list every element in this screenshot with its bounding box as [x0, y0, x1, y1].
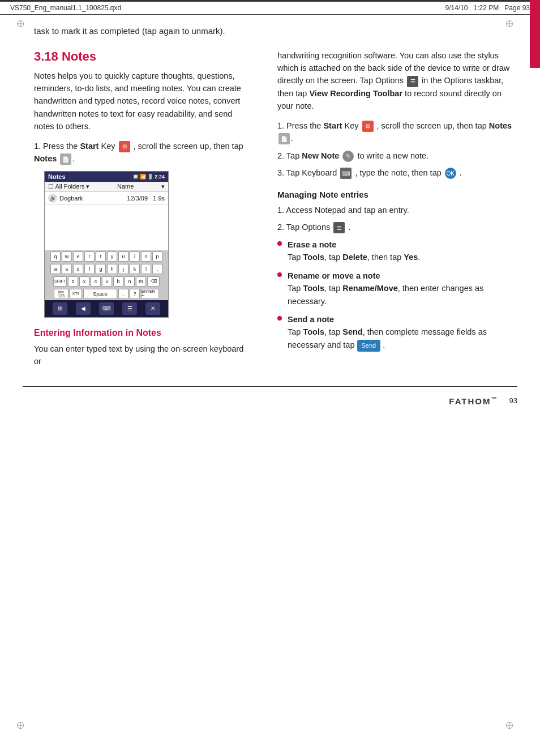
- bottom-divider: [23, 386, 517, 387]
- page-footer: FATHOM™ 93: [0, 392, 540, 406]
- keyboard-row-4: abc123 XT9 Space . ? ENTER ↵: [45, 288, 168, 300]
- bullet-content-3: Send a note Tap Tools, tap Send, then co…: [288, 313, 517, 352]
- managing-heading: Managing Note entries: [277, 190, 517, 199]
- phone-start-icon[interactable]: ⊞: [53, 302, 67, 315]
- right-step2: 2. Tap New Note ✎ to write a new note.: [277, 150, 517, 162]
- entry-icon: 🔊: [48, 194, 57, 203]
- key-enter[interactable]: ENTER ↵: [141, 289, 159, 299]
- red-accent-bar: [530, 0, 540, 68]
- status-icons: 🔲 📶 🔋 2:24: [132, 174, 165, 180]
- phone-screenshot: Notes 🔲 📶 🔋 2:24 ☐ All Folders ▾ Name ▾ …: [44, 171, 169, 318]
- registration-mark-br: [506, 722, 520, 736]
- phone-back-icon[interactable]: ◀: [76, 302, 91, 315]
- key-abc[interactable]: abc123: [54, 289, 68, 299]
- keyboard-row-2: a s d f g h j k l ,: [45, 263, 168, 275]
- key-y[interactable]: y: [107, 251, 117, 262]
- key-backspace[interactable]: ⌫: [147, 276, 160, 287]
- entering-info-body: You can enter typed text by using the on…: [34, 343, 245, 368]
- key-xt9[interactable]: XT9: [70, 289, 82, 299]
- key-x[interactable]: x: [79, 276, 89, 287]
- bullet-item-send: Send a note Tap Tools, tap Send, then co…: [277, 313, 517, 352]
- key-q[interactable]: q: [50, 251, 61, 262]
- manage-step1: 1. Access Notepad and tap an entry.: [277, 204, 517, 216]
- bullet-item-erase: Erase a note Tap Tools, tap Delete, then…: [277, 238, 517, 264]
- key-shift[interactable]: SHIFT: [53, 276, 67, 287]
- phone-title-bar: Notes 🔲 📶 🔋 2:24: [45, 172, 168, 182]
- keyboard-row-1: q w e r t y u i o p: [45, 250, 168, 263]
- manage-step2: 2. Tap Options ☰ .: [277, 221, 517, 233]
- entering-info-heading: Entering Information in Notes: [34, 328, 245, 338]
- phone-bottom-bar: ⊞ ◀ ⌨ ☰ ✕: [45, 300, 168, 317]
- key-s[interactable]: s: [62, 264, 72, 274]
- page-number: 93: [509, 396, 517, 405]
- key-w[interactable]: w: [62, 251, 72, 262]
- phone-folder-bar: ☐ All Folders ▾ Name ▾: [45, 182, 168, 192]
- key-t[interactable]: t: [96, 251, 106, 262]
- ok-icon: OK: [445, 168, 456, 179]
- phone-keyboard: q w e r t y u i o p a s d f g h: [45, 250, 168, 300]
- phone-empty-area: [45, 205, 168, 250]
- key-h[interactable]: h: [107, 264, 117, 274]
- right-step1: 1. Press the Start Key ⊞ , scroll the sc…: [277, 119, 517, 145]
- key-o[interactable]: o: [141, 251, 151, 262]
- right-step3: 3. Tap Keyboard ⌨ , type the note, then …: [277, 166, 517, 179]
- key-z[interactable]: z: [68, 276, 78, 287]
- right-column: handwriting recognition software. You ca…: [260, 49, 540, 375]
- start-key-icon-right: ⊞: [362, 121, 374, 132]
- left-step1: 1. Press the Start Key ⊞ , scroll the sc…: [34, 140, 245, 165]
- key-r[interactable]: r: [84, 251, 95, 262]
- bullet-section: Erase a note Tap Tools, tap Delete, then…: [277, 238, 517, 352]
- key-j[interactable]: j: [118, 264, 128, 274]
- key-d[interactable]: d: [73, 264, 83, 274]
- section-heading: 3.18 Notes: [34, 49, 245, 64]
- key-comma[interactable]: ,: [152, 264, 162, 274]
- key-k[interactable]: k: [130, 264, 140, 274]
- keyboard-row-3: SHIFT z x c v b n m ⌫: [45, 275, 168, 288]
- intro-paragraph: task to mark it as completed (tap again …: [0, 15, 540, 38]
- bullet-item-rename: Rename or move a note Tap Tools, tap Ren…: [277, 270, 517, 307]
- keyboard-icon-step3: ⌨: [340, 168, 352, 179]
- phone-entry-row: 🔊 Dogbark 12/3/09 1.9s: [45, 192, 168, 205]
- notes-icon-right: 📄: [278, 133, 290, 144]
- bullet-dot-2: [277, 272, 282, 277]
- header-datetime: 9/14/10 1:22 PM Page 93: [445, 4, 530, 12]
- new-note-icon: ✎: [342, 151, 354, 162]
- key-u[interactable]: u: [118, 251, 128, 262]
- key-m[interactable]: m: [136, 276, 146, 287]
- key-l[interactable]: l: [141, 264, 151, 274]
- key-space[interactable]: Space: [83, 289, 117, 299]
- key-question[interactable]: ?: [130, 289, 140, 299]
- registration-mark-tl: [17, 20, 31, 34]
- key-p[interactable]: p: [152, 251, 162, 262]
- page-header: VS750_Eng_manual1.1_100825.qxd 9/14/10 1…: [0, 0, 540, 15]
- phone-menu-icon[interactable]: ☰: [122, 302, 137, 315]
- key-n[interactable]: n: [125, 276, 135, 287]
- left-column: 3.18 Notes Notes helps you to quickly ca…: [0, 49, 260, 375]
- phone-close-icon[interactable]: ✕: [145, 302, 160, 315]
- registration-mark-bl: [17, 722, 31, 736]
- phone-keyboard-icon[interactable]: ⌨: [99, 302, 114, 315]
- send-button-label: Send: [357, 340, 381, 352]
- start-key-icon: ⊞: [119, 141, 130, 152]
- brand-logo: FATHOM™: [449, 396, 498, 406]
- key-i[interactable]: i: [130, 251, 140, 262]
- options-icon-right: ☰: [407, 76, 418, 87]
- key-f[interactable]: f: [84, 264, 95, 274]
- registration-mark-tr: [506, 20, 520, 34]
- key-e[interactable]: e: [73, 251, 83, 262]
- key-v[interactable]: v: [102, 276, 112, 287]
- main-content: 3.18 Notes Notes helps you to quickly ca…: [0, 49, 540, 375]
- section-body: Notes helps you to quickly capture thoug…: [34, 70, 245, 133]
- header-filename: VS750_Eng_manual1.1_100825.qxd: [10, 4, 121, 12]
- key-g[interactable]: g: [96, 264, 106, 274]
- key-b[interactable]: b: [113, 276, 123, 287]
- bullet-content-2: Rename or move a note Tap Tools, tap Ren…: [288, 270, 517, 307]
- key-period[interactable]: .: [118, 289, 128, 299]
- key-a[interactable]: a: [50, 264, 61, 274]
- bullet-dot-1: [277, 241, 282, 246]
- key-c[interactable]: c: [91, 276, 101, 287]
- notes-icon-left: 📄: [60, 153, 71, 165]
- bullet-content-1: Erase a note Tap Tools, tap Delete, then…: [288, 238, 517, 264]
- options-icon-manage: ☰: [333, 222, 345, 233]
- right-body1: handwriting recognition software. You ca…: [277, 49, 517, 113]
